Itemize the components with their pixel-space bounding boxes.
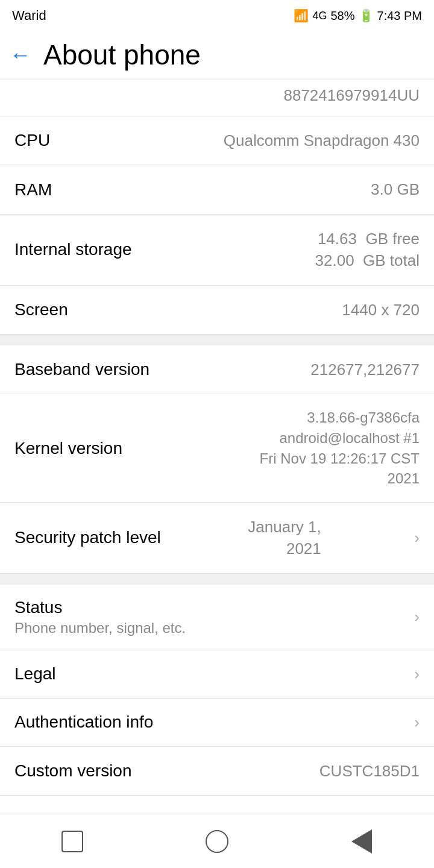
screen-value: 868 x 434 <box>342 299 420 321</box>
ram-value: 3.0 GB <box>371 178 420 200</box>
legal-chevron-icon: › <box>414 665 420 684</box>
authentication-info-label: Authentication info <box>14 712 153 732</box>
internal-storage-value: 14.63 GB free32.00 GB total <box>315 228 420 272</box>
section-software: Baseband version 212677,212677 Kernel ve… <box>0 345 434 574</box>
content-area: 8872416979914UU CPU Qualcomm Snapdragon … <box>0 80 434 796</box>
back-icon <box>351 829 372 854</box>
security-patch-value: January 1,2021 <box>248 516 321 560</box>
wifi-icon: 📶 <box>294 8 309 23</box>
cpu-value: Qualcomm Snapdragon 430 <box>224 130 420 151</box>
battery-icon: 🔋 <box>359 8 374 23</box>
custom-version-row: Custom version CUSTC185D1 <box>0 747 434 796</box>
time-label: 7:43 PM <box>377 9 422 23</box>
authentication-info-row[interactable]: Authentication info › <box>0 699 434 747</box>
internal-storage-label: Internal storage <box>14 240 132 259</box>
kernel-version-value: 3.18.66-g7386cfaandroid@localhost #1Fri … <box>260 407 420 488</box>
baseband-version-row: Baseband version 212677,212677 <box>0 345 434 394</box>
ram-row: RAM 3.0 GB <box>0 165 434 214</box>
carrier-label: Warid <box>12 8 46 24</box>
authentication-info-chevron-icon: › <box>414 713 420 732</box>
security-patch-chevron-icon: › <box>414 529 420 547</box>
navigation-bar <box>0 814 434 868</box>
status-label-group: Status Phone number, signal, etc. <box>14 598 186 637</box>
section-divider-2 <box>0 574 434 585</box>
status-subtitle: Phone number, signal, etc. <box>14 620 186 637</box>
kernel-version-row: Kernel version 3.18.66-g7386cfaandroid@l… <box>0 394 434 502</box>
status-label: Status <box>14 598 92 617</box>
cpu-label: CPU <box>14 131 50 150</box>
custom-version-value: CUSTC185D1 <box>319 760 420 782</box>
header: ← About phone <box>0 30 434 80</box>
home-button[interactable] <box>196 826 238 857</box>
baseband-version-label: Baseband version <box>14 360 149 379</box>
home-icon <box>206 830 228 853</box>
custom-version-label: Custom version <box>14 761 132 781</box>
legal-row[interactable]: Legal › <box>0 650 434 699</box>
back-button[interactable]: ← <box>10 44 31 66</box>
recents-button[interactable] <box>51 826 93 857</box>
section-misc: Status Phone number, signal, etc. › Lega… <box>0 585 434 796</box>
imei-partial-row: 8872416979914UU <box>0 80 434 116</box>
section-divider-1 <box>0 335 434 345</box>
recents-icon <box>61 831 83 852</box>
signal-bar-icon: 4G <box>312 10 327 22</box>
security-patch-label: Security patch level <box>14 528 161 547</box>
imei-partial-value: 8872416979914UU <box>283 86 420 104</box>
status-row[interactable]: Status Phone number, signal, etc. › <box>0 585 434 650</box>
screen-label: Screen <box>14 300 68 319</box>
baseband-version-value: 212677,212677 <box>310 359 420 380</box>
screen-row: Screen 868 x 434 <box>0 286 434 335</box>
internal-storage-row: Internal storage 14.63 GB free32.00 GB t… <box>0 215 434 286</box>
legal-label: Legal <box>14 664 56 684</box>
back-nav-button[interactable] <box>341 826 383 857</box>
status-bar-right: 📶 4G 58% 🔋 7:43 PM <box>294 8 422 23</box>
battery-level: 58% <box>330 9 354 23</box>
status-chevron-icon: › <box>414 608 420 626</box>
kernel-version-label: Kernel version <box>14 439 122 458</box>
page-title: About phone <box>43 39 201 71</box>
section-hardware: CPU Qualcomm Snapdragon 430 RAM 3.0 GB I… <box>0 116 434 335</box>
ram-label: RAM <box>14 180 52 200</box>
security-patch-row[interactable]: Security patch level January 1,2021 › <box>0 503 434 574</box>
status-bar: Warid 📶 4G 58% 🔋 7:43 PM <box>0 0 434 30</box>
cpu-row: CPU Qualcomm Snapdragon 430 <box>0 116 434 165</box>
